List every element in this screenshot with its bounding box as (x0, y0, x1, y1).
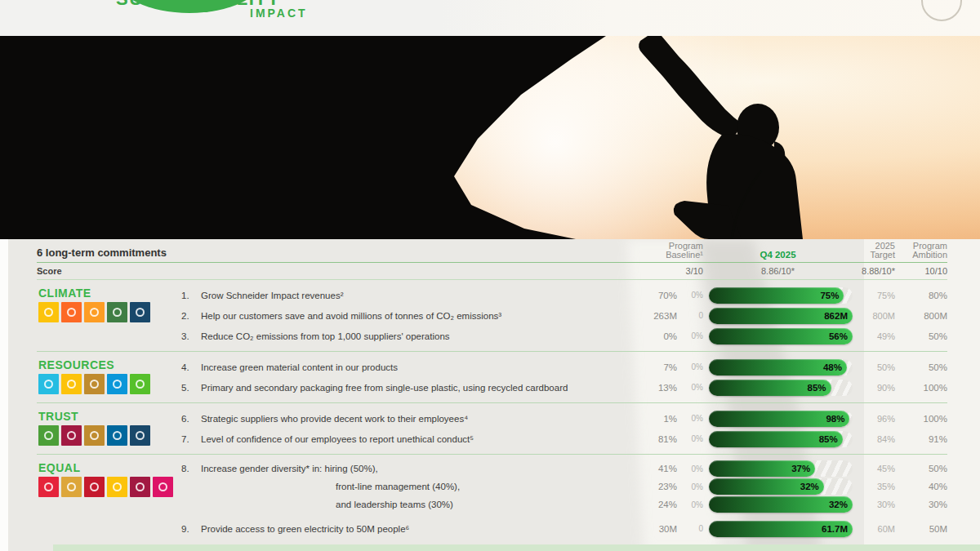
progress-bar-track: 862M (709, 308, 853, 324)
logo-text-impact: IMPACT (250, 7, 308, 20)
progress-bar-track: 61.7M (709, 521, 853, 537)
commitment-number: 3. (181, 331, 201, 341)
commitment-text: Increase gender diversity* in: hiring (5… (201, 464, 630, 473)
section-resources: RESOURCES 4. Increase green material con… (37, 352, 947, 403)
progress-bar-track: 32% (709, 496, 853, 513)
sdg-icon (130, 477, 150, 497)
ambition-value: 30% (895, 500, 947, 509)
sdg-icon (84, 302, 105, 322)
progress-bar: 32% (709, 496, 853, 513)
bar-start-label: 0% (677, 482, 703, 491)
target-value: 75% (853, 291, 895, 300)
commitment-row: 7. Level of confidence of our employees … (181, 429, 947, 449)
ambition-value: 40% (895, 482, 947, 491)
baseline-value: 263M (630, 311, 677, 321)
target-value: 60M (853, 524, 895, 534)
progress-bar: 85% (709, 431, 843, 447)
target-value: 96% (853, 414, 895, 424)
sdg-icon (107, 477, 127, 497)
ambition-value: 800M (895, 311, 947, 321)
sdg-icon (107, 425, 127, 446)
table-header-row: 6 long-term commitments Program Baseline… (37, 239, 947, 263)
sdg-icon (84, 425, 105, 446)
progress-bar: 37% (709, 460, 815, 477)
score-ambition: 10/10 (895, 266, 947, 276)
commitment-row: 3. Reduce CO₂ emissions from top 1,000 s… (181, 326, 947, 346)
progress-bar-track: 85% (709, 380, 853, 396)
progress-bar: 56% (709, 328, 853, 344)
section-title: RESOURCES (37, 357, 181, 374)
target-value: 84% (853, 434, 895, 444)
ambition-value: 50% (895, 464, 947, 473)
sdg-icon (107, 302, 127, 322)
progress-bar-track: 98% (709, 411, 853, 427)
progress-value: 862M (824, 311, 848, 321)
progress-value: 85% (808, 383, 826, 393)
baseline-value: 30M (630, 524, 677, 534)
commitment-text: Grow Schneider Impact revenues² (201, 291, 630, 300)
baseline-value: 70% (630, 291, 677, 300)
baseline-value: 7% (630, 362, 677, 372)
commitment-row: 6. Strategic suppliers who provide decen… (181, 408, 947, 429)
section-title: TRUST (37, 408, 181, 425)
sdg-icon (38, 425, 59, 446)
score-baseline: 3/10 (630, 266, 703, 276)
progress-value: 85% (819, 434, 838, 444)
bar-start-label: 0% (677, 362, 703, 371)
commitment-row: 4. Increase green material content in ou… (181, 357, 947, 377)
section-title: EQUAL (37, 460, 181, 477)
bar-start-label: 0 (677, 524, 703, 533)
commitment-number: 8. (181, 464, 201, 473)
progress-value: 75% (820, 291, 839, 300)
sdg-icon (38, 302, 59, 322)
commitment-text: Increase green material content in our p… (201, 362, 630, 372)
target-value: 90% (853, 383, 895, 393)
bar-start-label: 0 (677, 311, 703, 320)
sdg-icon (130, 302, 150, 322)
bar-start-label: 0% (677, 291, 703, 300)
bar-start-label: 0% (677, 434, 703, 443)
ambition-value: 91% (895, 434, 947, 444)
commitment-text: Strategic suppliers who provide decent w… (201, 414, 630, 424)
commitment-text: Help our customers save and avoid millio… (201, 311, 630, 321)
progress-bar-track: 37% (709, 460, 853, 477)
sdg-icon-row (37, 477, 181, 497)
section-climate: CLIMATE 1. Grow Schneider Impact revenue… (37, 280, 947, 352)
progress-bar: 862M (709, 308, 853, 324)
progress-value: 98% (826, 414, 844, 424)
sdg-icon-row (37, 425, 181, 446)
column-header-baseline: Program Baseline¹ (630, 242, 703, 262)
sdg-icon (84, 477, 105, 497)
baseline-value: 0% (630, 331, 677, 341)
bar-start-label: 0% (677, 500, 703, 509)
baseline-value: 23% (630, 482, 677, 491)
column-header-target: 2025 Target (853, 242, 895, 262)
progress-value: 37% (791, 464, 810, 473)
sdg-icon (61, 477, 82, 497)
column-header-q4-2025: Q4 2025 (703, 251, 853, 262)
sdg-icon (38, 374, 59, 394)
sdg-icon-row (37, 302, 181, 322)
score-current: 8.86/10* (703, 266, 853, 276)
ambition-value: 80% (895, 291, 947, 300)
ambition-value: 100% (895, 383, 947, 393)
progress-bar-track: 48% (709, 359, 853, 375)
commitment-number: 6. (181, 414, 201, 424)
progress-bar: 48% (709, 359, 847, 375)
baseline-value: 81% (630, 434, 677, 444)
progress-value: 61.7M (822, 524, 848, 534)
score-row: Score 3/10 8.86/10* 8.88/10* 10/10 (37, 263, 947, 280)
target-value: 45% (853, 464, 895, 473)
sdg-icon (107, 374, 127, 394)
target-value: 50% (853, 362, 895, 372)
ambition-value: 50% (895, 331, 947, 341)
sdg-icon (38, 477, 59, 497)
commitment-row: 8. Increase gender diversity* in: hiring… (181, 460, 947, 478)
commitment-row: front-line management (40%), 23% 0% 32% … (181, 478, 947, 495)
commitment-number: 4. (181, 362, 201, 372)
progress-value: 48% (823, 362, 842, 372)
commitment-text: and leadership teams (30%) (201, 500, 630, 509)
progress-bar-track: 32% (709, 478, 853, 495)
section-trust: TRUST 6. Strategic suppliers who provide… (37, 403, 947, 455)
baseline-value: 13% (630, 383, 677, 393)
